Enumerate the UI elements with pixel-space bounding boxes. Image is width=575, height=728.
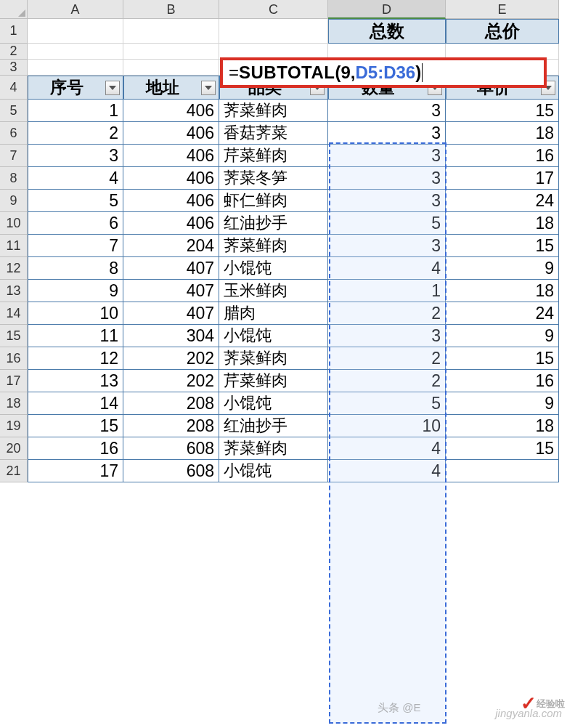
cell-a20[interactable]: 16 xyxy=(28,437,123,460)
cell-c5[interactable]: 荠菜鲜肉 xyxy=(219,100,328,122)
cell-d13[interactable]: 1 xyxy=(328,280,446,302)
cell-a18[interactable]: 14 xyxy=(28,392,123,415)
cell-e16[interactable]: 15 xyxy=(446,347,559,370)
cell-b12[interactable]: 407 xyxy=(123,257,219,280)
col-header-e[interactable]: E xyxy=(446,0,559,19)
cell-c20[interactable]: 荠菜鲜肉 xyxy=(219,437,328,460)
cell-b21[interactable]: 608 xyxy=(123,460,219,482)
cell-a2[interactable] xyxy=(28,44,123,60)
cell-c7[interactable]: 芹菜鲜肉 xyxy=(219,145,328,167)
filter-button[interactable] xyxy=(105,81,120,95)
cell-b14[interactable]: 407 xyxy=(123,302,219,325)
cell-c6[interactable]: 香菇荠菜 xyxy=(219,122,328,145)
row-header-21[interactable]: 21 xyxy=(0,460,28,482)
row-header-6[interactable]: 6 xyxy=(0,122,28,145)
row-header-18[interactable]: 18 xyxy=(0,392,28,415)
cell-c17[interactable]: 芹菜鲜肉 xyxy=(219,370,328,392)
cell-b7[interactable]: 406 xyxy=(123,145,219,167)
cell-a17[interactable]: 13 xyxy=(28,370,123,392)
col-header-b[interactable]: B xyxy=(123,0,219,19)
cell-e5[interactable]: 15 xyxy=(446,100,559,122)
cell-b18[interactable]: 208 xyxy=(123,392,219,415)
cell-a3[interactable] xyxy=(28,60,123,76)
cell-e6[interactable]: 18 xyxy=(446,122,559,145)
cell-c13[interactable]: 玉米鲜肉 xyxy=(219,280,328,302)
cell-d7[interactable]: 3 xyxy=(328,145,446,167)
cell-e12[interactable]: 9 xyxy=(446,257,559,280)
cell-b6[interactable]: 406 xyxy=(123,122,219,145)
cell-a13[interactable]: 9 xyxy=(28,280,123,302)
cell-c1[interactable] xyxy=(219,19,328,44)
row-header-5[interactable]: 5 xyxy=(0,100,28,122)
row-header-7[interactable]: 7 xyxy=(0,145,28,167)
row-header-9[interactable]: 9 xyxy=(0,190,28,212)
cell-d18[interactable]: 5 xyxy=(328,392,446,415)
row-header-20[interactable]: 20 xyxy=(0,437,28,460)
cell-b17[interactable]: 202 xyxy=(123,370,219,392)
row-header-10[interactable]: 10 xyxy=(0,212,28,235)
cell-e8[interactable]: 17 xyxy=(446,167,559,190)
cell-d11[interactable]: 3 xyxy=(328,235,446,257)
col-header-a[interactable]: A xyxy=(28,0,123,19)
cell-a16[interactable]: 12 xyxy=(28,347,123,370)
row-header-4[interactable]: 4 xyxy=(0,76,28,100)
row-header-16[interactable]: 16 xyxy=(0,347,28,370)
cell-c12[interactable]: 小馄饨 xyxy=(219,257,328,280)
cell-a12[interactable]: 8 xyxy=(28,257,123,280)
cell-e1[interactable]: 总价 xyxy=(446,19,559,44)
row-header-17[interactable]: 17 xyxy=(0,370,28,392)
cell-b13[interactable]: 407 xyxy=(123,280,219,302)
cell-c21[interactable]: 小馄饨 xyxy=(219,460,328,482)
cell-d20[interactable]: 4 xyxy=(328,437,446,460)
cell-b15[interactable]: 304 xyxy=(123,325,219,347)
row-header-13[interactable]: 13 xyxy=(0,280,28,302)
cell-c10[interactable]: 红油抄手 xyxy=(219,212,328,235)
cell-c18[interactable]: 小馄饨 xyxy=(219,392,328,415)
select-all-corner[interactable] xyxy=(0,0,28,19)
cell-c15[interactable]: 小馄饨 xyxy=(219,325,328,347)
cell-b5[interactable]: 406 xyxy=(123,100,219,122)
cell-a11[interactable]: 7 xyxy=(28,235,123,257)
cell-d8[interactable]: 3 xyxy=(328,167,446,190)
row-header-11[interactable]: 11 xyxy=(0,235,28,257)
cell-b3[interactable] xyxy=(123,60,219,76)
cell-e9[interactable]: 24 xyxy=(446,190,559,212)
cell-b20[interactable]: 608 xyxy=(123,437,219,460)
cell-b9[interactable]: 406 xyxy=(123,190,219,212)
cell-d15[interactable]: 3 xyxy=(328,325,446,347)
row-header-12[interactable]: 12 xyxy=(0,257,28,280)
cell-c19[interactable]: 红油抄手 xyxy=(219,415,328,437)
cell-a10[interactable]: 6 xyxy=(28,212,123,235)
row-header-1[interactable]: 1 xyxy=(0,19,28,44)
cell-e21[interactable] xyxy=(446,460,559,482)
col-header-d[interactable]: D xyxy=(328,0,446,19)
formula-edit-cell[interactable]: =SUBTOTAL(9,D5:D36) xyxy=(220,57,547,88)
cell-c11[interactable]: 荠菜鲜肉 xyxy=(219,235,328,257)
cell-e7[interactable]: 16 xyxy=(446,145,559,167)
cell-d14[interactable]: 2 xyxy=(328,302,446,325)
cell-a14[interactable]: 10 xyxy=(28,302,123,325)
table-header-serial[interactable]: 序号 xyxy=(28,76,123,100)
row-header-14[interactable]: 14 xyxy=(0,302,28,325)
cell-b19[interactable]: 208 xyxy=(123,415,219,437)
cell-a15[interactable]: 11 xyxy=(28,325,123,347)
cell-e20[interactable]: 15 xyxy=(446,437,559,460)
cell-e15[interactable]: 9 xyxy=(446,325,559,347)
cell-e17[interactable]: 16 xyxy=(446,370,559,392)
cell-a21[interactable]: 17 xyxy=(28,460,123,482)
col-header-c[interactable]: C xyxy=(219,0,328,19)
filter-button[interactable] xyxy=(201,81,216,95)
cell-a19[interactable]: 15 xyxy=(28,415,123,437)
cell-c9[interactable]: 虾仁鲜肉 xyxy=(219,190,328,212)
cell-d16[interactable]: 2 xyxy=(328,347,446,370)
cell-b1[interactable] xyxy=(123,19,219,44)
cell-a5[interactable]: 1 xyxy=(28,100,123,122)
cell-c16[interactable]: 荠菜鲜肉 xyxy=(219,347,328,370)
cell-d6[interactable]: 3 xyxy=(328,122,446,145)
row-header-15[interactable]: 15 xyxy=(0,325,28,347)
cell-a6[interactable]: 2 xyxy=(28,122,123,145)
row-header-2[interactable]: 2 xyxy=(0,44,28,60)
cell-c14[interactable]: 腊肉 xyxy=(219,302,328,325)
cell-b8[interactable]: 406 xyxy=(123,167,219,190)
cell-e10[interactable]: 18 xyxy=(446,212,559,235)
